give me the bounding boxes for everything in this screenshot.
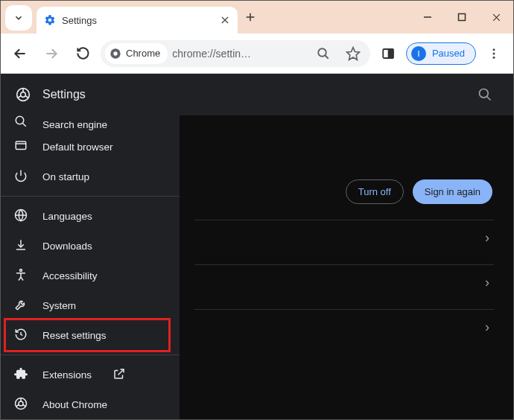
search-settings-button[interactable] [472,81,498,108]
sidebar-item-label: Extensions [42,369,92,381]
avatar: I [411,46,426,61]
svg-line-13 [325,55,329,59]
svg-line-27 [487,97,491,101]
svg-line-41 [16,404,19,406]
sidebar-item-label: Reset settings [42,330,107,341]
chevron-right-icon: › [485,319,489,335]
reload-button[interactable] [69,40,96,67]
sidebar-item-downloads[interactable]: Downloads [1,231,180,261]
profile-chip[interactable]: I Paused [406,42,476,65]
sidebar-separator [1,196,180,197]
settings-row[interactable]: › [194,220,494,255]
svg-point-18 [493,48,495,51]
tab-title: Settings [62,15,214,26]
svg-line-24 [18,96,21,98]
accessibility-icon [14,268,28,284]
globe-icon [14,209,28,224]
turn-off-button[interactable]: Turn off [346,179,404,204]
svg-point-20 [493,56,495,58]
sidebar-item-default-browser[interactable]: Default browser [1,132,180,162]
origin-chip[interactable]: Chrome [105,43,168,64]
reload-icon [76,46,90,60]
gear-icon [44,14,56,26]
back-button[interactable] [7,40,34,67]
profile-state-label: Paused [432,48,465,59]
settings-row[interactable]: › [194,264,494,300]
side-panel-button[interactable] [375,40,402,67]
download-icon [14,238,28,254]
star-icon [346,46,361,61]
svg-point-19 [493,52,495,54]
close-icon[interactable] [220,15,230,25]
power-icon [14,169,28,185]
chrome-icon [110,48,121,60]
sidebar-item-label: System [42,300,76,311]
open-external-icon [112,367,126,383]
origin-chip-label: Chrome [126,48,160,59]
browser-toolbar: Chrome chrome://settin… I Paused [1,34,513,74]
address-bar[interactable]: Chrome chrome://settin… [101,40,370,67]
svg-point-28 [16,116,24,124]
page-content: Settings Search engineDefault browserOn … [1,74,513,420]
tab-search-button[interactable] [5,5,32,31]
zoom-icon [317,47,330,60]
bookmark-button[interactable] [340,41,366,66]
menu-button[interactable] [480,40,507,67]
sidebar-item-label: Accessibility [42,270,98,281]
maximize-icon [457,13,466,22]
sidebar-item-languages[interactable]: Languages [1,201,180,231]
chevron-right-icon: › [485,230,489,246]
sidebar-item-accessibility[interactable]: Accessibility [1,261,180,290]
sidebar-item-label: Languages [42,211,92,222]
sidebar-item-reset-settings[interactable]: Reset settings [1,320,180,350]
settings-sidebar[interactable]: Search engineDefault browserOn startupLa… [1,115,180,420]
sidebar-item-search-engine[interactable]: Search engine [1,115,180,132]
sidebar-item-label: Search engine [42,119,107,130]
sidebar-item-label: Default browser [42,141,113,153]
restore-icon [14,328,28,343]
panel-icon [381,47,395,60]
sync-actions: Turn off Sign in again [346,179,492,204]
settings-main: Turn off Sign in again › › › [180,115,513,420]
settings-row[interactable]: › [194,309,494,345]
sign-in-again-button[interactable]: Sign in again [413,179,492,204]
kebab-icon [487,47,501,60]
zoom-button[interactable] [311,41,336,66]
chrome-logo-icon [16,87,31,102]
settings-header: Settings [1,74,513,115]
sidebar-item-label: On startup [42,171,89,182]
chevron-down-icon [13,13,24,23]
plus-icon [244,11,256,23]
sidebar-separator [1,354,180,355]
url-text: chrome://settin… [172,48,306,60]
new-tab-button[interactable] [238,1,263,34]
sidebar-item-label: Downloads [42,241,92,252]
forward-button[interactable] [38,40,65,67]
svg-rect-30 [16,141,26,150]
sidebar-item-label: About Chrome [42,399,107,410]
sidebar-item-system[interactable]: System [1,290,180,320]
arrow-left-icon [13,46,28,61]
extension-icon [14,367,28,383]
svg-point-12 [318,48,326,57]
svg-line-25 [25,96,28,98]
sidebar-item-extensions[interactable]: Extensions [1,360,180,389]
close-window-button[interactable] [479,1,513,34]
browser-icon [14,139,28,155]
minimize-button[interactable] [410,1,445,34]
minimize-icon [423,13,432,22]
svg-point-37 [20,269,22,271]
search-icon [477,87,492,102]
svg-marker-14 [347,47,360,60]
sidebar-item-on-startup[interactable]: On startup [1,162,180,191]
svg-rect-5 [459,14,466,21]
close-icon [492,13,501,22]
browser-tab[interactable]: Settings [37,7,238,34]
page-title: Settings [42,88,498,101]
svg-point-11 [113,51,117,55]
arrow-right-icon [44,46,59,61]
sidebar-item-about-chrome[interactable]: About Chrome [1,389,180,419]
svg-point-26 [480,89,489,98]
search-icon [14,115,28,130]
maximize-button[interactable] [445,1,479,34]
